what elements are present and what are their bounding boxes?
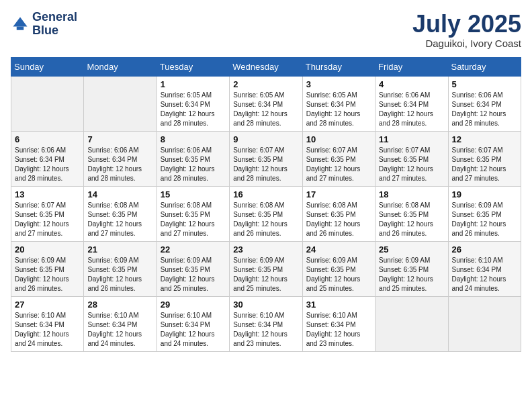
day-info: Sunrise: 6:05 AM Sunset: 6:34 PM Dayligh… — [233, 91, 298, 128]
calendar-cell: 15Sunrise: 6:08 AM Sunset: 6:35 PM Dayli… — [157, 186, 229, 241]
week-row-2: 6Sunrise: 6:06 AM Sunset: 6:34 PM Daylig… — [11, 131, 521, 186]
weekday-header-wednesday: Wednesday — [230, 57, 302, 76]
calendar-cell: 14Sunrise: 6:08 AM Sunset: 6:35 PM Dayli… — [84, 186, 157, 241]
calendar-cell: 4Sunrise: 6:06 AM Sunset: 6:34 PM Daylig… — [375, 76, 448, 131]
day-info: Sunrise: 6:06 AM Sunset: 6:34 PM Dayligh… — [379, 91, 444, 128]
weekday-header-thursday: Thursday — [302, 57, 375, 76]
location-title: Daguikoi, Ivory Coast — [412, 38, 521, 49]
day-number: 19 — [452, 189, 517, 199]
day-info: Sunrise: 6:10 AM Sunset: 6:34 PM Dayligh… — [306, 311, 371, 349]
day-number: 13 — [15, 189, 80, 199]
calendar-cell: 12Sunrise: 6:07 AM Sunset: 6:35 PM Dayli… — [448, 131, 521, 186]
day-info: Sunrise: 6:07 AM Sunset: 6:35 PM Dayligh… — [379, 146, 444, 183]
day-number: 22 — [161, 244, 226, 255]
calendar-cell — [448, 296, 521, 351]
month-title: July 2025 — [412, 11, 521, 38]
day-info: Sunrise: 6:09 AM Sunset: 6:35 PM Dayligh… — [161, 256, 226, 293]
day-number: 11 — [379, 134, 444, 144]
day-info: Sunrise: 6:05 AM Sunset: 6:34 PM Dayligh… — [306, 91, 371, 128]
day-number: 20 — [15, 244, 80, 255]
day-info: Sunrise: 6:10 AM Sunset: 6:34 PM Dayligh… — [161, 311, 226, 349]
day-number: 12 — [452, 134, 517, 144]
calendar-cell: 21Sunrise: 6:09 AM Sunset: 6:35 PM Dayli… — [84, 241, 157, 296]
day-number: 25 — [379, 244, 444, 255]
svg-rect-1 — [17, 26, 24, 30]
logo: General Blue — [11, 11, 77, 38]
calendar-cell: 24Sunrise: 6:09 AM Sunset: 6:35 PM Dayli… — [302, 241, 375, 296]
logo-icon — [11, 15, 30, 34]
day-info: Sunrise: 6:09 AM Sunset: 6:35 PM Dayligh… — [379, 256, 444, 293]
week-row-3: 13Sunrise: 6:07 AM Sunset: 6:35 PM Dayli… — [11, 186, 521, 241]
day-info: Sunrise: 6:07 AM Sunset: 6:35 PM Dayligh… — [306, 146, 371, 183]
day-number: 21 — [87, 244, 152, 255]
day-number: 14 — [87, 189, 152, 199]
calendar-cell: 8Sunrise: 6:06 AM Sunset: 6:35 PM Daylig… — [157, 131, 229, 186]
day-number: 24 — [306, 244, 371, 255]
day-number: 18 — [379, 189, 444, 199]
day-info: Sunrise: 6:07 AM Sunset: 6:35 PM Dayligh… — [452, 146, 517, 183]
day-info: Sunrise: 6:10 AM Sunset: 6:34 PM Dayligh… — [233, 311, 298, 349]
calendar-cell: 25Sunrise: 6:09 AM Sunset: 6:35 PM Dayli… — [375, 241, 448, 296]
calendar-cell: 30Sunrise: 6:10 AM Sunset: 6:34 PM Dayli… — [230, 296, 302, 351]
calendar-cell: 23Sunrise: 6:09 AM Sunset: 6:35 PM Dayli… — [230, 241, 302, 296]
day-info: Sunrise: 6:10 AM Sunset: 6:34 PM Dayligh… — [87, 311, 152, 349]
calendar-table: SundayMondayTuesdayWednesdayThursdayFrid… — [11, 57, 521, 352]
day-number: 31 — [306, 300, 371, 310]
calendar-cell — [11, 76, 84, 131]
title-block: July 2025 Daguikoi, Ivory Coast — [412, 11, 521, 49]
calendar-cell: 29Sunrise: 6:10 AM Sunset: 6:34 PM Dayli… — [157, 296, 229, 351]
day-info: Sunrise: 6:05 AM Sunset: 6:34 PM Dayligh… — [161, 91, 226, 128]
day-info: Sunrise: 6:06 AM Sunset: 6:34 PM Dayligh… — [15, 146, 80, 183]
calendar-cell: 31Sunrise: 6:10 AM Sunset: 6:34 PM Dayli… — [302, 296, 375, 351]
calendar-cell: 16Sunrise: 6:08 AM Sunset: 6:35 PM Dayli… — [230, 186, 302, 241]
week-row-1: 1Sunrise: 6:05 AM Sunset: 6:34 PM Daylig… — [11, 76, 521, 131]
weekday-header-friday: Friday — [375, 57, 448, 76]
calendar-cell: 1Sunrise: 6:05 AM Sunset: 6:34 PM Daylig… — [157, 76, 229, 131]
day-number: 10 — [306, 134, 371, 144]
day-number: 17 — [306, 189, 371, 199]
day-number: 6 — [15, 134, 80, 144]
day-number: 2 — [233, 79, 298, 89]
calendar-cell: 2Sunrise: 6:05 AM Sunset: 6:34 PM Daylig… — [230, 76, 302, 131]
day-number: 7 — [87, 134, 152, 144]
day-info: Sunrise: 6:08 AM Sunset: 6:35 PM Dayligh… — [233, 201, 298, 238]
calendar-cell: 7Sunrise: 6:06 AM Sunset: 6:34 PM Daylig… — [84, 131, 157, 186]
weekday-header-row: SundayMondayTuesdayWednesdayThursdayFrid… — [11, 57, 521, 76]
day-number: 15 — [161, 189, 226, 199]
day-info: Sunrise: 6:10 AM Sunset: 6:34 PM Dayligh… — [15, 311, 80, 349]
logo-text: General Blue — [32, 11, 77, 38]
day-info: Sunrise: 6:09 AM Sunset: 6:35 PM Dayligh… — [452, 201, 517, 238]
calendar-cell: 17Sunrise: 6:08 AM Sunset: 6:35 PM Dayli… — [302, 186, 375, 241]
calendar-cell — [375, 296, 448, 351]
svg-marker-0 — [13, 17, 28, 26]
weekday-header-tuesday: Tuesday — [157, 57, 229, 76]
day-number: 30 — [233, 300, 298, 310]
calendar-cell: 20Sunrise: 6:09 AM Sunset: 6:35 PM Dayli… — [11, 241, 84, 296]
day-info: Sunrise: 6:09 AM Sunset: 6:35 PM Dayligh… — [233, 256, 298, 293]
day-info: Sunrise: 6:09 AM Sunset: 6:35 PM Dayligh… — [87, 256, 152, 293]
day-info: Sunrise: 6:08 AM Sunset: 6:35 PM Dayligh… — [87, 201, 152, 238]
calendar-cell: 6Sunrise: 6:06 AM Sunset: 6:34 PM Daylig… — [11, 131, 84, 186]
day-info: Sunrise: 6:07 AM Sunset: 6:35 PM Dayligh… — [15, 201, 80, 238]
day-info: Sunrise: 6:08 AM Sunset: 6:35 PM Dayligh… — [379, 201, 444, 238]
day-number: 26 — [452, 244, 517, 255]
calendar-cell: 10Sunrise: 6:07 AM Sunset: 6:35 PM Dayli… — [302, 131, 375, 186]
day-number: 16 — [233, 189, 298, 199]
calendar-cell — [84, 76, 157, 131]
calendar-cell: 11Sunrise: 6:07 AM Sunset: 6:35 PM Dayli… — [375, 131, 448, 186]
day-info: Sunrise: 6:09 AM Sunset: 6:35 PM Dayligh… — [306, 256, 371, 293]
week-row-5: 27Sunrise: 6:10 AM Sunset: 6:34 PM Dayli… — [11, 296, 521, 351]
day-info: Sunrise: 6:07 AM Sunset: 6:35 PM Dayligh… — [233, 146, 298, 183]
week-row-4: 20Sunrise: 6:09 AM Sunset: 6:35 PM Dayli… — [11, 241, 521, 296]
day-info: Sunrise: 6:10 AM Sunset: 6:34 PM Dayligh… — [452, 256, 517, 293]
day-info: Sunrise: 6:09 AM Sunset: 6:35 PM Dayligh… — [15, 256, 80, 293]
calendar-cell: 18Sunrise: 6:08 AM Sunset: 6:35 PM Dayli… — [375, 186, 448, 241]
day-number: 23 — [233, 244, 298, 255]
day-info: Sunrise: 6:08 AM Sunset: 6:35 PM Dayligh… — [161, 201, 226, 238]
day-info: Sunrise: 6:06 AM Sunset: 6:34 PM Dayligh… — [87, 146, 152, 183]
day-number: 3 — [306, 79, 371, 89]
calendar-cell: 22Sunrise: 6:09 AM Sunset: 6:35 PM Dayli… — [157, 241, 229, 296]
weekday-header-saturday: Saturday — [448, 57, 521, 76]
day-info: Sunrise: 6:06 AM Sunset: 6:34 PM Dayligh… — [452, 91, 517, 128]
calendar-cell: 26Sunrise: 6:10 AM Sunset: 6:34 PM Dayli… — [448, 241, 521, 296]
